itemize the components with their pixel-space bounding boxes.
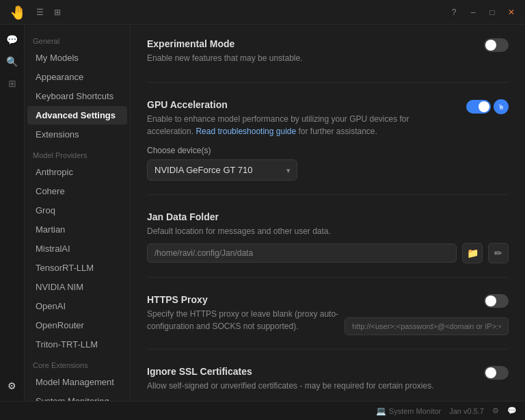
sidebar-item-my-models[interactable]: My Models	[27, 49, 127, 67]
ignore-ssl-section: Ignore SSL Certificates Allow self-signe…	[147, 366, 509, 401]
https-proxy-controls	[345, 294, 509, 335]
jan-data-folder-section: Jan Data Folder Default location for mes…	[147, 211, 509, 278]
discord-icon[interactable]: 💬	[507, 406, 517, 415]
main-layout: 💬 🔍 ⊞ ⚙ General My Models Appearance Key…	[0, 25, 525, 401]
system-monitor-icon: 💻	[376, 406, 386, 416]
device-select[interactable]: NVIDIA GeForce GT 710	[147, 159, 297, 181]
core-extensions-label: Core Extensions	[25, 354, 130, 372]
https-proxy-desc: Specify the HTTPS proxy or leave blank (…	[147, 308, 345, 332]
content-area: Experimental Mode Enable new features th…	[131, 25, 525, 401]
device-chooser-label: Choose device(s)	[147, 146, 509, 155]
gpu-toggle-area: 🖱	[458, 99, 509, 114]
model-providers-label: Model Providers	[25, 144, 130, 162]
icon-rail: 💬 🔍 ⊞ ⚙	[0, 25, 25, 401]
close-button[interactable]: ✕	[506, 7, 517, 18]
ignore-ssl-desc: Allow self-signed or unverified certific…	[147, 380, 434, 392]
sidebar-item-triton-trt-llm[interactable]: Triton-TRT-LLM	[27, 335, 127, 354]
https-proxy-toggle[interactable]	[484, 294, 509, 308]
sidebar-item-anthropic[interactable]: Anthropic	[27, 163, 127, 181]
sidebar: General My Models Appearance Keyboard Sh…	[25, 25, 131, 401]
hamburger-menu-icon[interactable]: ☰	[34, 7, 45, 18]
version-label: Jan v0.5.7	[449, 407, 484, 415]
gpu-acceleration-header: GPU Acceleration Enable to enhance model…	[147, 99, 509, 137]
sidebar-item-model-management[interactable]: Model Management	[27, 373, 127, 391]
system-monitor-label: System Monitor	[389, 407, 441, 415]
ignore-ssl-header: Ignore SSL Certificates Allow self-signe…	[147, 366, 509, 392]
sidebar-item-openrouter[interactable]: OpenRouter	[27, 316, 127, 334]
chat-icon[interactable]: 💬	[3, 30, 22, 49]
troubleshooting-link[interactable]: Read troubleshooting guide	[196, 127, 296, 136]
jan-data-folder-title: Jan Data Folder	[147, 211, 331, 222]
jan-data-folder-text: Jan Data Folder Default location for mes…	[147, 211, 331, 237]
minimize-button[interactable]: –	[468, 7, 479, 18]
app-logo-icon: 🤚	[8, 3, 27, 22]
jan-data-folder-desc: Default location for messages and other …	[147, 225, 331, 237]
status-bar: 💻 System Monitor Jan v0.5.7 ⚙ 💬	[0, 401, 525, 420]
maximize-button[interactable]: □	[487, 7, 498, 18]
sidebar-item-tensorrt-llm[interactable]: TensorRT-LLM	[27, 259, 127, 277]
help-icon[interactable]: ?	[448, 7, 459, 18]
https-proxy-input[interactable]	[345, 317, 509, 335]
sidebar-item-groq[interactable]: Groq	[27, 201, 127, 220]
title-bar-left: 🤚 ☰ ⊞	[8, 3, 63, 22]
gpu-acceleration-toggle[interactable]	[466, 100, 491, 114]
https-proxy-title: HTTPS Proxy	[147, 294, 345, 305]
github-icon[interactable]: ⚙	[492, 406, 499, 415]
device-select-wrapper: NVIDIA GeForce GT 710 ▾	[147, 159, 297, 181]
experimental-mode-toggle[interactable]	[484, 38, 509, 52]
sidebar-item-cohere[interactable]: Cohere	[27, 182, 127, 200]
gpu-acceleration-title: GPU Acceleration	[147, 99, 441, 110]
sidebar-item-mistralai[interactable]: MistralAI	[27, 239, 127, 258]
experimental-mode-section: Experimental Mode Enable new features th…	[147, 38, 509, 83]
data-folder-row: /home/ravi/.config/Jan/data 📁 ✏	[147, 243, 509, 263]
https-proxy-section: HTTPS Proxy Specify the HTTPS proxy or l…	[147, 294, 509, 350]
sidebar-item-extensions[interactable]: Extensions	[27, 125, 127, 144]
ignore-ssl-title: Ignore SSL Certificates	[147, 366, 434, 377]
sidebar-item-appearance[interactable]: Appearance	[27, 68, 127, 86]
ignore-ssl-text: Ignore SSL Certificates Allow self-signe…	[147, 366, 434, 392]
gpu-acceleration-section: GPU Acceleration Enable to enhance model…	[147, 99, 509, 195]
jan-data-folder-header: Jan Data Folder Default location for mes…	[147, 211, 509, 237]
gpu-mouse-icon: 🖱	[494, 99, 509, 114]
sidebar-item-keyboard-shortcuts[interactable]: Keyboard Shortcuts	[27, 87, 127, 105]
https-proxy-text: HTTPS Proxy Specify the HTTPS proxy or l…	[147, 294, 345, 332]
sidebar-item-advanced-settings[interactable]: Advanced Settings	[27, 106, 127, 124]
title-bar: 🤚 ☰ ⊞ ? – □ ✕	[0, 0, 525, 25]
search-icon[interactable]: 🔍	[3, 52, 22, 71]
device-chooser: Choose device(s) NVIDIA GeForce GT 710 ▾	[147, 146, 509, 181]
experimental-mode-desc: Enable new features that may be unstable…	[147, 52, 302, 64]
sidebar-item-martian[interactable]: Martian	[27, 220, 127, 239]
experimental-mode-header: Experimental Mode Enable new features th…	[147, 38, 509, 64]
settings-icon[interactable]: ⚙	[3, 376, 22, 395]
app-window: 🤚 ☰ ⊞ ? – □ ✕ 💬 🔍 ⊞ ⚙ General My Models …	[0, 0, 525, 420]
sidebar-item-openai[interactable]: OpenAI	[27, 297, 127, 315]
experimental-mode-text: Experimental Mode Enable new features th…	[147, 38, 302, 64]
title-bar-controls: ? – □ ✕	[448, 7, 517, 18]
experimental-mode-title: Experimental Mode	[147, 38, 302, 49]
layout-icon[interactable]: ⊞	[52, 7, 63, 18]
gpu-acceleration-desc: Enable to enhance model performance by u…	[147, 113, 441, 137]
general-section-label: General	[25, 30, 130, 48]
https-proxy-header: HTTPS Proxy Specify the HTTPS proxy or l…	[147, 294, 509, 335]
open-folder-button[interactable]: 📁	[462, 243, 483, 263]
gpu-acceleration-text: GPU Acceleration Enable to enhance model…	[147, 99, 441, 137]
ignore-ssl-toggle[interactable]	[484, 366, 509, 380]
edit-folder-button[interactable]: ✏	[488, 243, 509, 263]
folder-path-display: /home/ravi/.config/Jan/data	[147, 244, 457, 263]
system-monitor-status[interactable]: 💻 System Monitor	[376, 406, 441, 416]
sidebar-item-nvidia-nim[interactable]: NVIDIA NIM	[27, 278, 127, 296]
models-grid-icon[interactable]: ⊞	[3, 74, 22, 93]
sidebar-item-system-monitoring[interactable]: System Monitoring	[27, 392, 127, 401]
